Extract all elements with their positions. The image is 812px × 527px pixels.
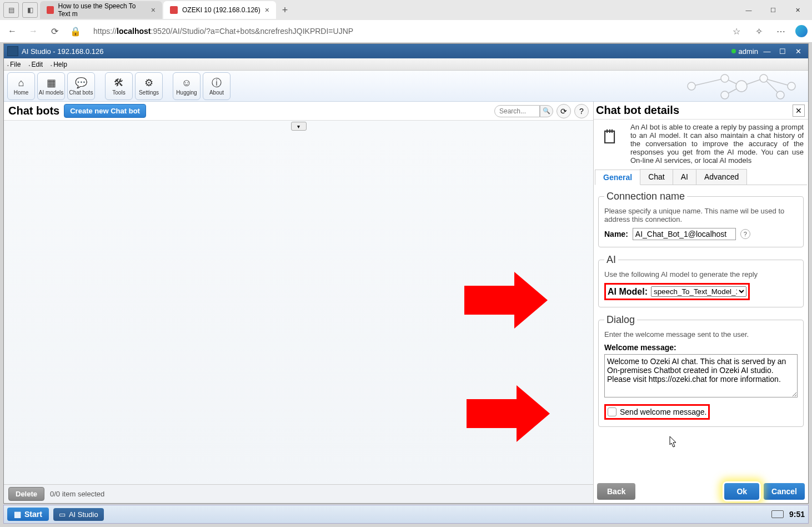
tab-title: How to use the Speech To Text m — [58, 2, 147, 18]
menu-help[interactable]: Help — [51, 61, 67, 68]
menu-file[interactable]: File — [7, 61, 21, 68]
app-close-button[interactable]: ✕ — [791, 46, 805, 56]
hugging-icon: ☺ — [182, 76, 192, 90]
ai-hint: Use the following AI model to generate t… — [604, 270, 798, 279]
tab-chat[interactable]: Chat — [640, 169, 673, 185]
toolbar-home[interactable]: ⌂Home — [7, 72, 35, 100]
tab-advanced[interactable]: Advanced — [696, 169, 747, 185]
forward-button[interactable]: → — [26, 23, 41, 39]
taskbar-app-button[interactable]: ▭ AI Studio — [53, 508, 104, 521]
new-tab-button[interactable]: + — [277, 2, 293, 18]
status-indicator-icon — [731, 49, 736, 53]
svg-point-9 — [760, 74, 768, 82]
toolbar-settings[interactable]: ⚙Settings — [135, 72, 163, 100]
ok-button[interactable]: Ok — [724, 483, 759, 500]
toolbar-tools[interactable]: 🛠Tools — [105, 72, 133, 100]
chat-bot-icon: 🗒 — [595, 123, 626, 151]
page-icon — [170, 6, 178, 14]
welcome-message-input[interactable]: Welcome to Ozeki AI chat. This chat is s… — [604, 354, 798, 397]
annotation-arrow-icon — [467, 385, 550, 442]
create-chat-bot-button[interactable]: Create new Chat bot — [64, 104, 146, 118]
svg-point-11 — [721, 91, 729, 99]
browser-address-bar: ← → ⟳ 🔒 https://localhost:9520/AI/Studio… — [0, 20, 812, 42]
window-controls: — ☐ ✕ — [736, 2, 810, 18]
help-button[interactable]: ? — [574, 104, 589, 118]
page-icon — [47, 6, 54, 14]
taskbar: ▦ Start ▭ AI Studio 9:51 — [3, 505, 809, 524]
app-minimize-button[interactable]: — — [760, 46, 774, 56]
ai-model-label: AI Model: — [608, 287, 648, 297]
browser-tab-2[interactable]: OZEKI 10 (192.168.0.126) × — [163, 1, 276, 19]
close-icon[interactable]: × — [151, 6, 156, 14]
start-button[interactable]: ▦ Start — [7, 508, 49, 521]
toolbar-about[interactable]: ⓘAbout — [203, 72, 230, 100]
app-window: AI Studio - 192.168.0.126 admin — ☐ ✕ Fi… — [3, 43, 809, 504]
details-title: Chat bot details — [596, 104, 679, 117]
app-user[interactable]: admin — [739, 47, 758, 56]
url-field[interactable]: https://localhost:9520/AI/Studio/?a=Chat… — [89, 27, 723, 36]
favorites-icon[interactable]: ✧ — [751, 23, 766, 39]
selection-statusbar: Delete 0/0 item selected — [4, 484, 593, 503]
send-welcome-label: Send welcome message. — [620, 407, 706, 416]
toolbar-hugging[interactable]: ☺Hugging — [173, 72, 201, 100]
tab-ai[interactable]: AI — [673, 169, 696, 185]
gear-icon: ⚙ — [144, 76, 153, 90]
reload-button[interactable]: ⟳ — [47, 23, 62, 39]
details-description: An AI bot is able to create a reply by p… — [630, 123, 804, 165]
keyboard-icon[interactable] — [771, 510, 784, 518]
svg-point-6 — [688, 82, 695, 90]
help-icon[interactable]: ? — [740, 229, 750, 239]
toolbar-chat-bots[interactable]: 💬Chat bots — [67, 72, 95, 100]
list-dropdown[interactable]: ▾ — [291, 122, 307, 131]
annotation-arrow-icon — [464, 272, 548, 329]
info-icon: ⓘ — [212, 76, 222, 90]
close-icon[interactable]: × — [265, 6, 269, 14]
minimize-button[interactable]: — — [736, 2, 761, 18]
clock: 9:51 — [789, 510, 805, 519]
app-maximize-button[interactable]: ☐ — [776, 46, 789, 56]
search-button[interactable]: 🔍 — [540, 105, 553, 117]
dialog-hint: Enter the welcome message sent to the us… — [604, 330, 798, 339]
tab-overview-button[interactable]: ◧ — [22, 2, 38, 18]
app-menubar: File Edit Help — [4, 58, 808, 71]
browser-tab-1[interactable]: How to use the Speech To Text m × — [40, 1, 162, 19]
connection-hint: Please specify a unique name. This name … — [604, 207, 798, 223]
svg-line-0 — [691, 78, 725, 86]
menu-edit[interactable]: Edit — [28, 61, 43, 68]
cancel-button[interactable]: Cancel — [764, 483, 805, 500]
star-icon[interactable]: ☆ — [729, 23, 744, 39]
panel-close-button[interactable]: ✕ — [793, 105, 805, 117]
legend-ai: AI — [604, 254, 618, 266]
selection-status: 0/0 item selected — [50, 490, 104, 498]
back-button[interactable]: ← — [4, 23, 20, 39]
page-title: Chat bots — [8, 105, 59, 117]
fieldset-ai: AI Use the following AI model to generat… — [598, 254, 804, 307]
name-label: Name: — [604, 230, 628, 238]
send-welcome-checkbox[interactable] — [608, 407, 616, 416]
app-titlebar: AI Studio - 192.168.0.126 admin — ☐ ✕ — [4, 44, 808, 58]
toolbar-ai-models[interactable]: ▦AI models — [37, 72, 65, 100]
name-input[interactable] — [633, 228, 736, 240]
legend-dialog: Dialog — [604, 314, 637, 326]
ai-model-select[interactable]: speech_To_Text_Model_1 — [651, 286, 746, 297]
app-icon — [7, 46, 18, 56]
tab-general[interactable]: General — [595, 170, 640, 185]
maximize-button[interactable]: ☐ — [761, 2, 785, 18]
fieldset-connection-name: Connection name Please specify a unique … — [598, 191, 804, 247]
back-button[interactable]: Back — [597, 483, 635, 500]
search-input[interactable] — [494, 105, 540, 117]
profile-icon[interactable] — [795, 25, 808, 37]
refresh-button[interactable]: ⟳ — [557, 104, 571, 118]
send-welcome-row-highlight: Send welcome message. — [604, 404, 710, 420]
svg-point-8 — [736, 81, 747, 92]
svg-point-12 — [776, 91, 784, 99]
fieldset-dialog: Dialog Enter the welcome message sent to… — [598, 314, 804, 427]
delete-button[interactable]: Delete — [8, 487, 44, 501]
close-button[interactable]: ✕ — [785, 2, 810, 18]
legend-connection: Connection name — [604, 191, 687, 202]
site-lock-icon[interactable]: 🔒 — [68, 23, 83, 39]
tab-actions-button[interactable]: ▤ — [3, 2, 19, 18]
details-panel: Chat bot details ✕ 🗒 An AI bot is able t… — [594, 102, 808, 503]
browser-chrome: ▤ ◧ How to use the Speech To Text m × OZ… — [0, 0, 812, 43]
more-icon[interactable]: ⋯ — [773, 23, 789, 39]
